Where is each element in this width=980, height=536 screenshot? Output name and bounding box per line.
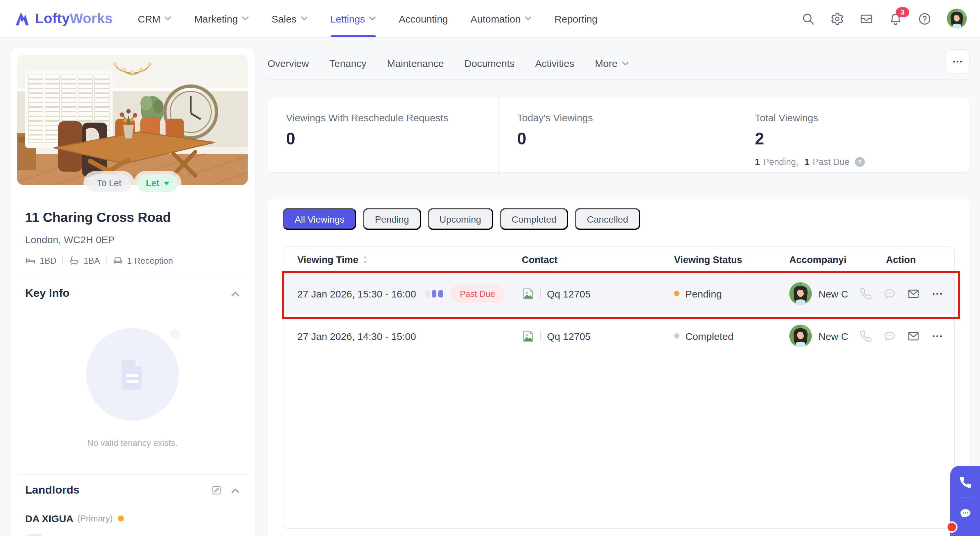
- tab-tenancy[interactable]: Tenancy: [329, 57, 366, 69]
- call-icon[interactable]: [859, 287, 872, 300]
- key-info-header: Key Info: [25, 287, 240, 300]
- nav-item-crm[interactable]: CRM: [138, 0, 172, 37]
- main-content: Overview Tenancy Maintenance Documents A…: [267, 48, 970, 80]
- bath-icon: [69, 255, 80, 266]
- row-more-icon[interactable]: [931, 287, 943, 300]
- help-icon[interactable]: [918, 11, 932, 26]
- ellipsis-icon: [951, 56, 963, 68]
- nav-item-lettings[interactable]: Lettings: [330, 0, 376, 37]
- divider: [62, 256, 63, 265]
- viewing-row-1[interactable]: 27 Jan 2026, 15:30 - 16:00 Past Due Qq 1…: [283, 272, 954, 315]
- filter-upcoming[interactable]: Upcoming: [428, 208, 493, 230]
- tab-documents[interactable]: Documents: [465, 57, 515, 69]
- divider: [540, 289, 541, 298]
- stat-todays-viewings: Today's Viewings 0: [498, 98, 736, 172]
- sms-chat-icon[interactable]: [883, 287, 896, 300]
- collapse-chevron-up-icon[interactable]: [231, 487, 240, 493]
- row-actions: [859, 330, 954, 342]
- landlord-status-dot: [118, 515, 124, 522]
- chevron-down-icon: [242, 16, 249, 21]
- property-photo: [17, 55, 248, 185]
- user-avatar[interactable]: [947, 9, 967, 29]
- sort-icon[interactable]: [362, 255, 368, 264]
- filter-pending[interactable]: Pending: [363, 208, 421, 230]
- brand-logo[interactable]: LoftyWorks: [13, 10, 113, 27]
- chevron-down-icon: [165, 16, 172, 21]
- call-icon[interactable]: [859, 330, 872, 342]
- inbox-icon[interactable]: [859, 11, 873, 26]
- phone-icon: [25, 534, 43, 536]
- accompanying-cell: New C: [789, 282, 859, 305]
- viewings-table: Viewing Time Contact Viewing Status Acco…: [283, 246, 955, 529]
- landlord-primary-tag: (Primary): [78, 514, 113, 523]
- tab-overview[interactable]: Overview: [267, 57, 309, 69]
- divider: [18, 474, 247, 475]
- contact-name-link[interactable]: Qq 12705: [547, 330, 591, 341]
- property-status-badges: To Let Let: [10, 174, 255, 192]
- notifications-bell-icon[interactable]: 3: [889, 11, 902, 26]
- tab-more[interactable]: More: [595, 57, 629, 69]
- viewing-row-2[interactable]: 27 Jan 2026, 14:30 - 15:00 Qq 12705 Comp…: [283, 315, 954, 357]
- property-title: 11 Charing Cross Road: [25, 210, 240, 225]
- landlord-name-row: DA XIGUA (Primary): [25, 513, 240, 524]
- sms-chat-icon[interactable]: [883, 330, 896, 342]
- tab-activities[interactable]: Activities: [535, 57, 574, 69]
- nav-item-automation[interactable]: Automation: [471, 0, 532, 37]
- call-widget-icon[interactable]: [958, 476, 972, 489]
- nav-item-accounting[interactable]: Accounting: [399, 0, 448, 37]
- past-due-badge: Past Due: [450, 285, 504, 303]
- row-more-icon[interactable]: [931, 330, 943, 342]
- settings-gear-icon[interactable]: [830, 11, 844, 26]
- app-root: LoftyWorks CRM Marketing Sales Lettings …: [0, 0, 980, 536]
- document-icon: [114, 356, 151, 393]
- nav-item-sales[interactable]: Sales: [272, 0, 307, 37]
- chat-notification-dot: [946, 522, 958, 533]
- tab-maintenance[interactable]: Maintenance: [387, 57, 444, 69]
- col-contact: Contact: [522, 254, 674, 265]
- collapse-chevron-up-icon[interactable]: [231, 290, 240, 297]
- filter-all-viewings[interactable]: All Viewings: [283, 208, 356, 230]
- navbar-actions: 3: [801, 9, 967, 29]
- bedrooms-feature: 1BD: [25, 255, 57, 266]
- col-action: Action: [859, 254, 954, 265]
- status-dot-pending: [674, 291, 679, 296]
- divider: [18, 278, 247, 278]
- col-accompanying: Accompanyi: [789, 254, 859, 265]
- key-info-title: Key Info: [25, 287, 70, 300]
- landlords-title: Landlords: [25, 484, 80, 497]
- broken-image-icon: [522, 287, 535, 300]
- landlord-name: DA XIGUA: [25, 513, 73, 524]
- no-tenancy-message: No valid tenancy exists.: [17, 438, 248, 448]
- divider: [540, 331, 541, 341]
- sofa-icon: [113, 255, 123, 266]
- filter-completed[interactable]: Completed: [500, 208, 568, 230]
- chevron-down-icon: [300, 16, 307, 21]
- email-icon[interactable]: [907, 287, 920, 300]
- stat-reschedule-requests: Viewings With Reschedule Requests 0: [267, 98, 498, 172]
- search-icon[interactable]: [801, 11, 815, 26]
- question-tooltip-icon[interactable]: [855, 157, 865, 167]
- detail-tabs: Overview Tenancy Maintenance Documents A…: [267, 48, 970, 80]
- col-viewing-status: Viewing Status: [674, 254, 789, 265]
- floating-contact-widget: [950, 466, 980, 536]
- property-sidebar-card: To Let Let 11 Charing Cross Road London,…: [10, 48, 255, 536]
- let-status-dropdown[interactable]: Let: [137, 174, 178, 192]
- contact-name-link[interactable]: Qq 12705: [547, 288, 591, 299]
- filter-cancelled[interactable]: Cancelled: [575, 208, 640, 230]
- reception-feature: 1 Reception: [113, 255, 173, 266]
- top-navbar: LoftyWorks CRM Marketing Sales Lettings …: [0, 0, 980, 38]
- notification-count-badge: 3: [896, 7, 909, 17]
- status-cell: Pending: [674, 288, 789, 299]
- chat-widget-icon[interactable]: [958, 507, 972, 520]
- nav-item-reporting[interactable]: Reporting: [555, 0, 598, 37]
- nav-item-marketing[interactable]: Marketing: [194, 0, 249, 37]
- status-cell: Completed: [674, 330, 789, 341]
- more-actions-button[interactable]: [945, 49, 970, 74]
- accompanying-avatar: [789, 325, 812, 347]
- caret-down-icon: [163, 181, 169, 185]
- email-icon[interactable]: [907, 330, 920, 342]
- edit-icon[interactable]: [211, 485, 222, 496]
- row-actions: [859, 287, 954, 300]
- total-viewings-breakdown: 1 Pending, 1 Past Due: [755, 157, 970, 167]
- landlord-phone-row: N/A: [25, 534, 240, 536]
